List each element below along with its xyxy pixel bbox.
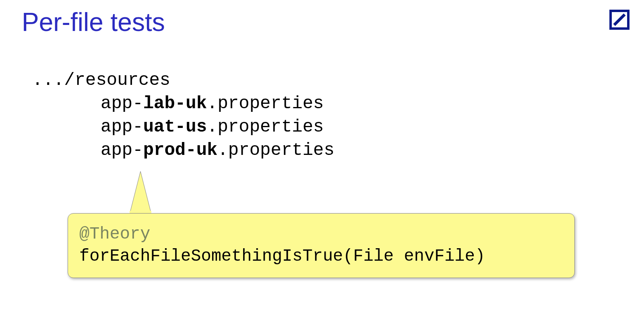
tree-item: app-prod-uk.properties <box>32 138 334 162</box>
svg-marker-2 <box>130 171 151 214</box>
callout: @Theory forEachFileSomethingIsTrue(File … <box>68 213 575 278</box>
file-tree: .../resources app-lab-uk.properties app-… <box>32 68 334 162</box>
annotation-text: @Theory <box>79 223 563 245</box>
db-logo-icon <box>609 10 630 30</box>
tree-item: app-uat-us.properties <box>32 115 334 138</box>
svg-line-1 <box>614 14 625 25</box>
callout-box: @Theory forEachFileSomethingIsTrue(File … <box>68 213 575 278</box>
tree-root: .../resources <box>32 68 334 92</box>
tree-item: app-lab-uk.properties <box>32 92 334 115</box>
callout-pointer-icon <box>126 171 155 216</box>
method-text: forEachFileSomethingIsTrue(File envFile) <box>79 245 563 268</box>
page-title: Per-file tests <box>22 7 165 37</box>
